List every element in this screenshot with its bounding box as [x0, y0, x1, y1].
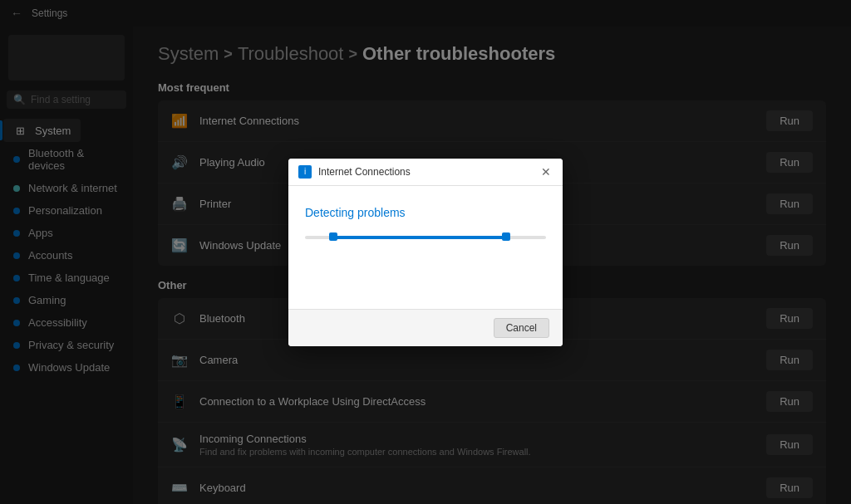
cancel-button[interactable]: Cancel: [494, 318, 549, 338]
dialog-progress-bar: [305, 236, 546, 239]
progress-fill: [329, 236, 510, 239]
dialog-icon: i: [298, 165, 312, 179]
troubleshooter-dialog: i Internet Connections ✕ Detecting probl…: [288, 159, 563, 346]
dialog-close-button[interactable]: ✕: [539, 165, 553, 179]
dialog-status: Detecting problems: [305, 206, 546, 219]
modal-overlay: i Internet Connections ✕ Detecting probl…: [0, 0, 851, 504]
dialog-footer: Cancel: [288, 309, 563, 346]
dialog-titlebar: i Internet Connections ✕: [288, 159, 563, 186]
dialog-body: Detecting problems: [288, 186, 563, 309]
progress-dot-right: [502, 232, 510, 241]
dialog-title: Internet Connections: [318, 166, 533, 178]
